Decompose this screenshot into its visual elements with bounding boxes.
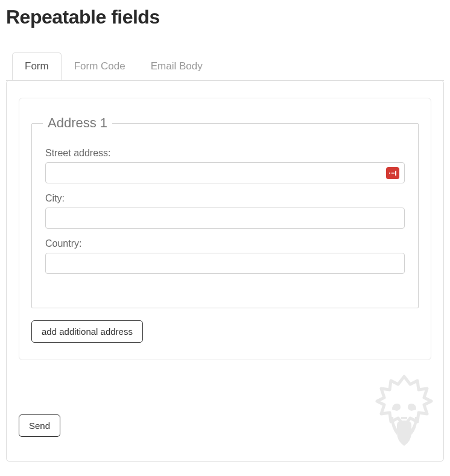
watermark-logo-icon bbox=[374, 373, 434, 458]
password-manager-icon[interactable] bbox=[386, 167, 399, 179]
city-input[interactable] bbox=[45, 208, 405, 229]
tab-email-body[interactable]: Email Body bbox=[138, 52, 215, 80]
city-row: City: bbox=[45, 193, 405, 229]
tab-content: Address 1 Street address: City: Country: bbox=[6, 80, 444, 462]
address-fieldset: Address 1 Street address: City: Country: bbox=[31, 115, 419, 308]
tab-form-code[interactable]: Form Code bbox=[62, 52, 138, 80]
add-address-button[interactable]: add additional address bbox=[31, 320, 143, 343]
country-label: Country: bbox=[45, 238, 405, 249]
street-input[interactable] bbox=[45, 162, 405, 183]
form-box: Address 1 Street address: City: Country: bbox=[19, 98, 431, 360]
tab-form[interactable]: Form bbox=[12, 52, 62, 80]
country-row: Country: bbox=[45, 238, 405, 274]
street-label: Street address: bbox=[45, 148, 405, 159]
page-title: Repeatable fields bbox=[6, 6, 444, 28]
country-input[interactable] bbox=[45, 253, 405, 274]
tabs: Form Form Code Email Body bbox=[6, 52, 444, 81]
city-label: City: bbox=[45, 193, 405, 204]
address-legend: Address 1 bbox=[43, 115, 112, 131]
street-row: Street address: bbox=[45, 148, 405, 183]
send-button[interactable]: Send bbox=[19, 414, 60, 437]
